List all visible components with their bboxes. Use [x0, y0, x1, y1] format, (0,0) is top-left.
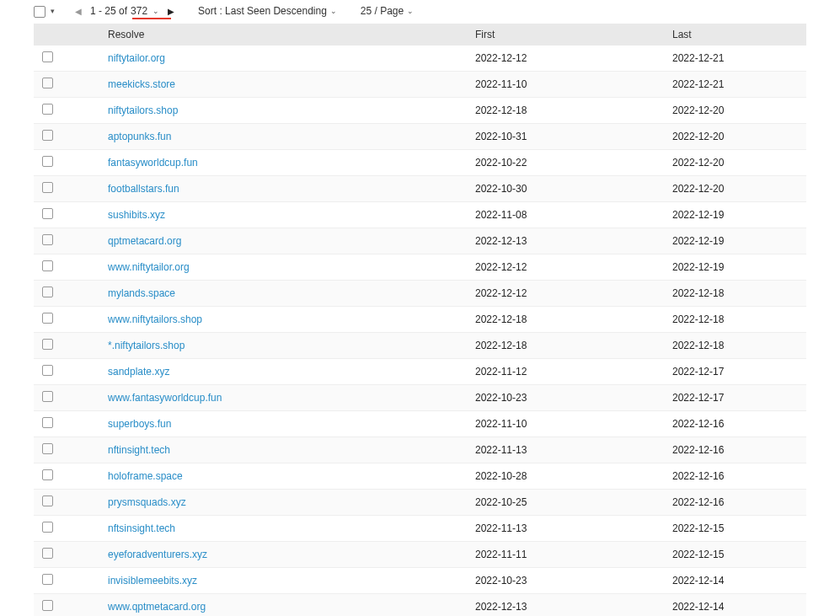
first-seen-cell: 2022-12-18: [468, 307, 666, 333]
row-checkbox[interactable]: [42, 234, 53, 245]
select-all-checkbox[interactable]: [34, 6, 45, 18]
first-seen-cell: 2022-11-13: [468, 437, 666, 463]
resolve-link[interactable]: www.niftytailor.org: [108, 261, 190, 273]
resolve-link[interactable]: www.fantasyworldcup.fun: [108, 392, 222, 404]
row-checkbox[interactable]: [42, 208, 53, 219]
first-seen-cell: 2022-12-12: [468, 254, 666, 281]
table-row: *.niftytailors.shop2022-12-182022-12-18: [34, 333, 806, 359]
sort-dropdown[interactable]: Sort : Last Seen Descending ⌄: [198, 5, 337, 17]
col-resolve[interactable]: Resolve: [101, 24, 468, 46]
last-seen-cell: 2022-12-19: [666, 254, 806, 281]
row-checkbox[interactable]: [42, 600, 53, 611]
row-checkbox[interactable]: [42, 78, 53, 88]
prev-page-arrow-icon[interactable]: ◀: [75, 7, 82, 16]
first-seen-cell: 2022-11-08: [468, 202, 666, 228]
resolve-link[interactable]: meekicks.store: [108, 78, 175, 90]
toolbar: ▾ ◀ 1 - 25 of 372 ⌄ ▶ Sort : Last Seen D…: [34, 0, 806, 24]
first-seen-cell: 2022-11-12: [468, 359, 666, 385]
chevron-down-icon: ⌄: [152, 7, 159, 15]
resolve-link[interactable]: niftytailor.org: [108, 52, 165, 64]
row-checkbox[interactable]: [42, 130, 53, 141]
last-seen-cell: 2022-12-21: [666, 46, 806, 72]
per-page-label: 25 / Page: [361, 5, 404, 17]
row-checkbox[interactable]: [42, 548, 53, 559]
table-row: invisiblemeebits.xyz2022-10-232022-12-14: [34, 568, 806, 594]
table-row: eyeforadventurers.xyz2022-11-112022-12-1…: [34, 542, 806, 568]
resolve-link[interactable]: www.qptmetacard.org: [108, 601, 206, 613]
table-row: sushibits.xyz2022-11-082022-12-19: [34, 202, 806, 228]
resolve-link[interactable]: invisiblemeebits.xyz: [108, 575, 197, 587]
row-checkbox[interactable]: [42, 443, 53, 454]
resolve-link[interactable]: aptopunks.fun: [108, 131, 171, 142]
resolve-link[interactable]: nftinsight.tech: [108, 444, 170, 456]
first-seen-cell: 2022-12-13: [468, 228, 666, 254]
next-page-arrow-icon[interactable]: ▶: [168, 7, 174, 16]
table-row: www.niftytailor.org2022-12-122022-12-19: [34, 254, 806, 281]
resolve-link[interactable]: mylands.space: [108, 287, 175, 299]
resolve-link[interactable]: sushibits.xyz: [108, 209, 165, 221]
table-row: fantasyworldcup.fun2022-10-222022-12-20: [34, 150, 806, 176]
resolve-link[interactable]: eyeforadventurers.xyz: [108, 549, 207, 560]
table-row: nftinsight.tech2022-11-132022-12-16: [34, 437, 806, 463]
table-row: sandplate.xyz2022-11-122022-12-17: [34, 359, 806, 385]
resolve-link[interactable]: *.niftytailors.shop: [108, 340, 185, 351]
first-seen-cell: 2022-10-22: [468, 150, 666, 176]
row-checkbox[interactable]: [42, 182, 53, 193]
row-checkbox[interactable]: [42, 156, 53, 167]
row-checkbox[interactable]: [42, 365, 53, 376]
first-seen-cell: 2022-12-18: [468, 98, 666, 124]
table-row: niftytailors.shop2022-12-182022-12-20: [34, 98, 806, 124]
row-checkbox[interactable]: [42, 260, 53, 271]
row-checkbox[interactable]: [42, 51, 53, 62]
row-checkbox[interactable]: [42, 339, 53, 350]
resolve-link[interactable]: superboys.fun: [108, 418, 171, 430]
first-seen-cell: 2022-11-10: [468, 72, 666, 98]
first-seen-cell: 2022-10-25: [468, 490, 666, 516]
resolve-link[interactable]: footballstars.fun: [108, 183, 179, 195]
first-seen-cell: 2022-12-12: [468, 281, 666, 307]
last-seen-cell: 2022-12-20: [666, 150, 806, 176]
col-first[interactable]: First: [468, 24, 666, 46]
per-page-dropdown[interactable]: 25 / Page ⌄: [361, 5, 414, 17]
col-last[interactable]: Last: [666, 24, 806, 46]
last-seen-cell: 2022-12-17: [666, 385, 806, 411]
row-checkbox[interactable]: [42, 469, 53, 480]
resolve-link[interactable]: niftytailors.shop: [108, 104, 178, 116]
page-range-total: 372: [131, 5, 147, 17]
resolve-link[interactable]: holoframe.space: [108, 470, 183, 482]
row-checkbox[interactable]: [42, 522, 53, 533]
chevron-down-icon: ⌄: [330, 7, 337, 15]
chevron-down-icon: ⌄: [407, 7, 414, 15]
row-checkbox[interactable]: [42, 495, 53, 506]
row-checkbox[interactable]: [42, 104, 53, 115]
sort-label: Sort : Last Seen Descending: [198, 5, 327, 17]
table-row: prysmsquads.xyz2022-10-252022-12-16: [34, 490, 806, 516]
last-seen-cell: 2022-12-14: [666, 568, 806, 594]
table-row: nftsinsight.tech2022-11-132022-12-15: [34, 516, 806, 542]
last-seen-cell: 2022-12-20: [666, 124, 806, 150]
table-row: superboys.fun2022-11-102022-12-16: [34, 411, 806, 437]
table-row: www.fantasyworldcup.fun2022-10-232022-12…: [34, 385, 806, 411]
resolve-link[interactable]: prysmsquads.xyz: [108, 496, 186, 508]
table-row: footballstars.fun2022-10-302022-12-20: [34, 176, 806, 202]
first-seen-cell: 2022-10-31: [468, 124, 666, 150]
row-checkbox[interactable]: [42, 287, 53, 297]
row-checkbox[interactable]: [42, 391, 53, 402]
row-checkbox[interactable]: [42, 574, 53, 585]
last-seen-cell: 2022-12-16: [666, 411, 806, 437]
resolve-link[interactable]: www.niftytailors.shop: [108, 313, 202, 325]
first-seen-cell: 2022-10-23: [468, 385, 666, 411]
first-seen-cell: 2022-11-10: [468, 411, 666, 437]
resolve-link[interactable]: nftsinsight.tech: [108, 522, 175, 534]
last-seen-cell: 2022-12-16: [666, 463, 806, 490]
resolve-link[interactable]: sandplate.xyz: [108, 366, 169, 378]
row-checkbox[interactable]: [42, 417, 53, 428]
first-seen-cell: 2022-11-13: [468, 516, 666, 542]
row-checkbox[interactable]: [42, 313, 53, 324]
page-range-dropdown[interactable]: 1 - 25 of 372 ⌄: [90, 5, 159, 17]
last-seen-cell: 2022-12-16: [666, 437, 806, 463]
resolve-link[interactable]: fantasyworldcup.fun: [108, 157, 198, 169]
resolve-link[interactable]: qptmetacard.org: [108, 235, 181, 247]
last-seen-cell: 2022-12-18: [666, 281, 806, 307]
select-all-caret-icon[interactable]: ▾: [51, 7, 55, 15]
